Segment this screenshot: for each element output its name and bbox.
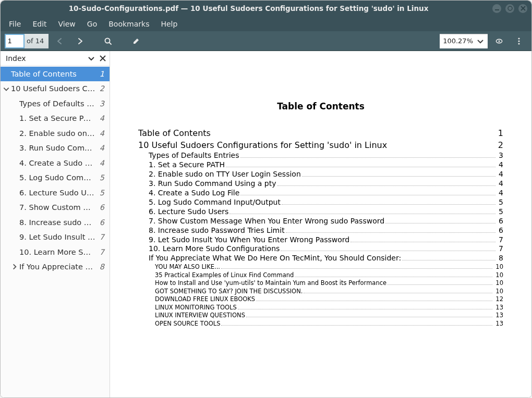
toc-entry[interactable]: 3. Run Sudo Command Using a pty4 — [138, 179, 503, 189]
toc-entry-label: If You Appreciate What We Do Here On Tec… — [149, 254, 401, 263]
toc-entry[interactable]: LINUX MONITORING TOOLS13 — [138, 304, 503, 312]
outline-item[interactable]: 2. Enable sudo on …4 — [1, 126, 110, 141]
toc-entry-page: 4 — [497, 189, 503, 198]
toc-entry[interactable]: 10. Learn More Sudo Configurations7 — [138, 244, 503, 254]
toc-entry-page: 6 — [497, 226, 503, 235]
toc-entry[interactable]: How to Install and Use 'yum-utils' to Ma… — [138, 279, 503, 288]
outline-item[interactable]: 10. Learn More Su…7 — [1, 245, 110, 259]
toc-entry-label: YOU MAY ALSO LIKE... — [155, 263, 220, 271]
chevron-right-icon[interactable] — [11, 263, 18, 271]
toc-entry-page: 4 — [497, 179, 503, 189]
toc-entry-page: 6 — [497, 217, 503, 226]
toc-entry[interactable]: 7. Show Custom Message When You Enter Wr… — [138, 217, 503, 226]
outline-item[interactable]: 10 Useful Sudoers C…2 — [1, 81, 110, 96]
toc-entry[interactable]: 5. Log Sudo Command Input/Output5 — [138, 198, 503, 207]
outline-item-label: 4. Create a Sudo L… — [19, 157, 95, 169]
toc-entry[interactable]: OPEN SOURCE TOOLS13 — [138, 320, 503, 328]
toc-leader-dots — [240, 195, 495, 195]
outline-item[interactable]: 1. Set a Secure PA…4 — [1, 111, 110, 126]
toc-entry[interactable]: Table of Contents1 — [138, 127, 503, 139]
outline-item-label: 10 Useful Sudoers C… — [11, 83, 95, 94]
window-title: 10-Sudo-Configurations.pdf — 10 Useful S… — [5, 4, 492, 13]
document-view[interactable]: Table of Contents Table of Contents110 U… — [110, 51, 531, 397]
menu-help[interactable]: Help — [155, 18, 183, 30]
toc-entry-page: 2 — [496, 139, 503, 151]
toc-entry[interactable]: 1. Set a Secure PATH4 — [138, 160, 503, 170]
menu-button[interactable] — [511, 34, 527, 48]
outline-item-label: 7. Show Custom … — [19, 202, 95, 213]
outline-item-page: 5 — [96, 187, 104, 198]
toc-entry-label: Types of Defaults Entries — [149, 151, 239, 160]
outline-item[interactable]: 8. Increase sudo P…6 — [1, 215, 110, 230]
toc-leader-dots — [221, 325, 492, 326]
outline-item[interactable]: If You Appreciate …8 — [1, 259, 110, 274]
menu-file[interactable]: File — [4, 18, 26, 30]
outline-item-label: Table of Contents — [11, 68, 95, 80]
zoom-level-dropdown[interactable]: 100.27% — [440, 34, 488, 48]
toc-entry-label: Table of Contents — [138, 127, 211, 139]
toc-heading: Table of Contents — [138, 101, 503, 111]
svg-point-8 — [518, 38, 519, 39]
toc-entry[interactable]: 9. Let Sudo Insult You When You Enter Wr… — [138, 235, 503, 245]
outline-item[interactable]: 6. Lecture Sudo U…5 — [1, 185, 110, 200]
dual-page-button[interactable] — [491, 34, 507, 48]
menu-view[interactable]: View — [53, 18, 81, 30]
toc-leader-dots — [286, 232, 495, 233]
outline-item[interactable]: 9. Let Sudo Insult …7 — [1, 230, 110, 244]
edit-annotate-button[interactable] — [128, 34, 144, 48]
toc-entry[interactable]: 2. Enable sudo on TTY User Login Session… — [138, 170, 503, 179]
toc-list: Table of Contents110 Useful Sudoers Conf… — [138, 127, 503, 328]
toc-entry-label: LINUX INTERVIEW QUESTIONS — [155, 312, 245, 320]
next-page-button[interactable] — [71, 34, 88, 48]
menu-edit[interactable]: Edit — [27, 18, 52, 30]
toc-entry-label: How to Install and Use 'yum-utils' to Ma… — [155, 279, 386, 288]
toc-entry[interactable]: 10 Useful Sudoers Configurations for Set… — [138, 139, 503, 151]
toc-entry[interactable]: DOWNLOAD FREE LINUX EBOOKS12 — [138, 295, 503, 304]
toc-leader-dots — [277, 185, 496, 186]
toc-entry[interactable]: LINUX INTERVIEW QUESTIONS13 — [138, 312, 503, 320]
toc-entry[interactable]: 8. Increase sudo Password Tries Limit6 — [138, 226, 503, 235]
toc-entry-page: 13 — [493, 304, 503, 312]
toc-leader-dots — [246, 317, 492, 317]
toc-entry[interactable]: YOU MAY ALSO LIKE...10 — [138, 263, 503, 271]
outline-item-page: 7 — [96, 231, 104, 243]
toc-leader-dots — [282, 204, 495, 205]
outline-item-page: 4 — [96, 157, 104, 169]
outline-item[interactable]: Table of Contents1 — [1, 67, 110, 81]
outline-item-label: If You Appreciate … — [19, 261, 95, 272]
window-maximize-button[interactable] — [505, 4, 514, 13]
toc-entry-label: 10. Learn More Sudo Configurations — [149, 244, 280, 254]
menu-bookmarks[interactable]: Bookmarks — [103, 18, 154, 30]
menu-go[interactable]: Go — [82, 18, 102, 30]
outline-item-page: 6 — [96, 202, 104, 213]
outline-item[interactable]: Types of Defaults …3 — [1, 96, 110, 111]
prev-page-button[interactable] — [52, 34, 68, 48]
toolbar: of 14 100.27% — [1, 31, 531, 51]
outline-item[interactable]: 5. Log Sudo Com…5 — [1, 170, 110, 185]
toc-entry[interactable]: 4. Create a Sudo Log File4 — [138, 189, 503, 198]
page-total-label: of 14 — [25, 34, 49, 48]
toc-leader-dots — [256, 301, 492, 301]
outline-item[interactable]: 7. Show Custom …6 — [1, 200, 110, 215]
sidebar-collapse-icon[interactable] — [87, 54, 96, 63]
outline-item-page: 5 — [96, 172, 104, 183]
sidebar-header: Index — [1, 51, 110, 66]
outline-item[interactable]: 4. Create a Sudo L…4 — [1, 156, 110, 170]
search-button[interactable] — [100, 34, 116, 48]
toc-entry[interactable]: 35 Practical Examples of Linux Find Comm… — [138, 271, 503, 280]
toc-leader-dots — [388, 284, 492, 285]
sidebar-close-icon[interactable] — [98, 54, 107, 63]
toc-entry-label: 8. Increase sudo Password Tries Limit — [149, 226, 285, 235]
window-minimize-button[interactable] — [492, 4, 501, 13]
toc-leader-dots — [240, 157, 496, 158]
page-number-input[interactable] — [5, 34, 25, 48]
toc-entry[interactable]: GOT SOMETHING TO SAY? JOIN THE DISCUSSIO… — [138, 288, 503, 296]
toc-leader-dots — [226, 167, 495, 167]
toc-entry[interactable]: Types of Defaults Entries3 — [138, 151, 503, 160]
outline-item[interactable]: 3. Run Sudo Com…4 — [1, 141, 110, 155]
toc-entry[interactable]: If You Appreciate What We Do Here On Tec… — [138, 254, 503, 263]
window-close-button[interactable] — [518, 4, 527, 13]
toc-entry-label: OPEN SOURCE TOOLS — [155, 320, 220, 328]
toc-entry[interactable]: 6. Lecture Sudo Users5 — [138, 207, 503, 217]
chevron-down-icon[interactable] — [3, 85, 10, 93]
